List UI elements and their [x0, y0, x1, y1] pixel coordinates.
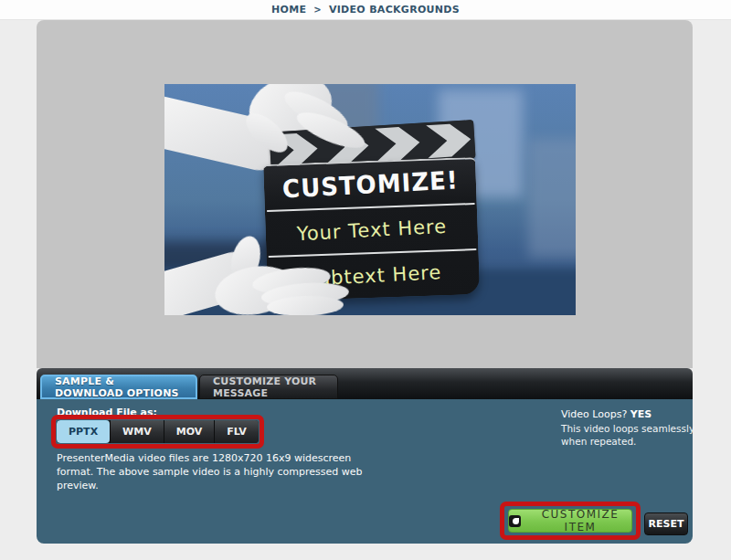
tab-strip: SAMPLE & DOWNLOAD OPTIONS CUSTOMIZE YOUR… [37, 368, 693, 399]
reset-button[interactable]: RESET [644, 512, 688, 535]
breadcrumb-current: VIDEO BACKGROUNDS [329, 4, 460, 16]
format-wmv-button[interactable]: WMV [110, 420, 164, 443]
highlight-box-formats: PPTX WMV MOV FLV [51, 415, 264, 449]
customize-item-label: CUSTOMIZE ITEM [529, 508, 631, 534]
format-description: PresenterMedia video files are 1280x720 … [57, 452, 378, 493]
customize-item-button[interactable]: CUSTOMIZE ITEM [508, 509, 632, 533]
video-loops-info: Video Loops? YES This video loops seamle… [561, 408, 707, 448]
options-panel: Download File as: PPTX WMV MOV FLV Prese… [37, 399, 693, 544]
background-cabinet-shape [528, 139, 576, 258]
video-loops-answer: YES [630, 408, 652, 420]
clapper-text-line: Your Text Here [296, 216, 447, 246]
highlight-box-customize: CUSTOMIZE ITEM [500, 502, 641, 540]
tab-customize-your-message[interactable]: CUSTOMIZE YOUR MESSAGE [199, 375, 338, 399]
format-pptx-button[interactable]: PPTX [57, 420, 110, 443]
video-loops-detail: This video loops seamlessly when repeate… [561, 423, 703, 448]
tab-sample-download-options[interactable]: SAMPLE & DOWNLOAD OPTIONS [40, 375, 197, 399]
breadcrumb-home-link[interactable]: HOME [271, 4, 306, 16]
video-loops-question: Video Loops? [561, 408, 627, 420]
clapper-title-text: CUSTOMIZE! [281, 165, 459, 204]
customize-icon [509, 515, 521, 527]
video-preview[interactable]: CUSTOMIZE! Your Text Here Subtext Here [164, 84, 576, 315]
format-flv-button[interactable]: FLV [214, 420, 259, 443]
format-mov-button[interactable]: MOV [164, 420, 215, 443]
format-button-group: PPTX WMV MOV FLV [57, 420, 259, 443]
breadcrumb: HOME > VIDEO BACKGROUNDS [0, 0, 731, 20]
preview-stage: CUSTOMIZE! Your Text Here Subtext Here [37, 20, 693, 368]
breadcrumb-separator: > [313, 5, 322, 15]
